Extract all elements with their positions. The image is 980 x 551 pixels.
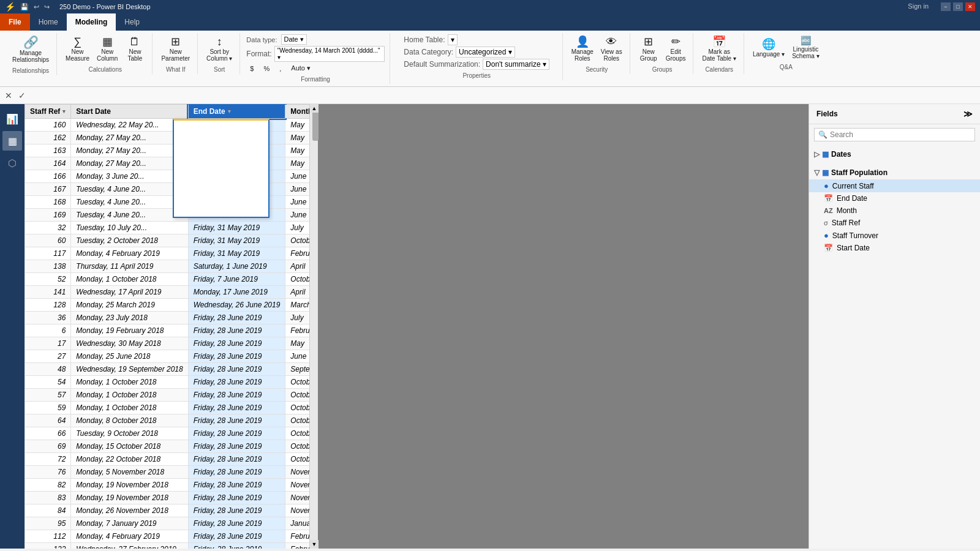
new-parameter-button[interactable]: ⊞ NewParameter [159,34,192,64]
fields-search-box[interactable]: 🔍 [814,128,975,141]
home-table-dropdown[interactable]: ▾ [448,34,458,45]
cell-start-date: Monday, 1 October 2018 [71,402,188,414]
data-category-dropdown[interactable]: Uncategorized ▾ [456,47,515,58]
new-column-label: NewColumn [97,48,118,62]
month-field-label: Month [837,206,857,215]
col-header-month[interactable]: Month ▾ [285,105,309,119]
cell-staff-ref: 141 [25,286,71,299]
cell-month: June [285,350,309,363]
new-column-button[interactable]: ▦ NewColumn [94,34,120,64]
ribbon-group-properties: Home Table: ▾ Data Category: Uncategoriz… [391,33,563,80]
search-icon: 🔍 [818,130,827,139]
new-measure-button[interactable]: ∑ NewMeasure [63,34,92,64]
field-item-end-date[interactable]: 📅 End Date [809,192,980,204]
sort-by-column-button[interactable]: ↕ Sort byColumn ▾ [204,34,235,64]
cell-staff-ref: 122 [25,543,71,549]
maximize-button[interactable]: □ [953,2,963,11]
field-item-staff-turnover[interactable]: ● Staff Turnover [809,229,980,242]
language-icon: 🌐 [762,39,775,50]
manage-relationships-label: ManageRelationships [12,50,49,63]
ribbon-group-whatif: ⊞ NewParameter What If [154,33,198,74]
cell-start-date: Monday, 19 November 2018 [71,479,188,492]
relationships-group-label: Relationships [12,65,49,74]
staff-population-table-icon: ▦ [822,168,829,177]
report-view-icon[interactable]: 📊 [2,109,22,129]
col-header-end-date[interactable]: End Date ▾ [188,105,285,119]
cell-end-date: Friday, 28 June 2019 [188,517,285,530]
comma-button[interactable]: , [276,64,285,73]
tab-home[interactable]: Home [30,13,67,31]
formula-accept-icon[interactable]: ✓ [18,91,26,100]
properties-group-label: Properties [462,70,491,79]
default-summarization-label: Default Summarization: [404,60,480,69]
format-dropdown[interactable]: "Wednesday, 14 March 2001 (dddd..." ▾ [274,46,385,62]
manage-relationships-button[interactable]: 🔗 ManageRelationships [10,34,51,65]
staff-population-section-header[interactable]: ▽ ▦ Staff Population [809,166,980,179]
view-as-roles-label: View asRoles [601,48,622,62]
default-summarization-dropdown[interactable]: Don't summarize ▾ [483,59,549,70]
sign-in[interactable]: Sign in [908,2,929,11]
ribbon-group-groups: ⊞ NewGroup ✏ EditGroups Groups [631,33,694,74]
table-row: 59Monday, 1 October 2018Friday, 28 June … [25,402,310,414]
new-table-button[interactable]: 🗒 NewTable [123,34,147,64]
minimize-button[interactable]: − [941,2,951,11]
cell-end-date: Friday, 28 June 2019 [188,504,285,517]
mark-as-date-table-icon: 📅 [712,36,726,47]
quick-access-redo[interactable]: ↪ [44,3,50,11]
groups-group-label: Groups [652,64,673,73]
view-as-roles-button[interactable]: 👁 View asRoles [598,34,625,64]
cell-month: November [285,466,309,479]
data-type-dropdown[interactable]: Date ▾ [281,34,307,45]
field-item-month[interactable]: AZ Month [809,204,980,217]
cell-month: February [285,247,309,260]
fields-panel: Fields ≫ 🔍 ▷ ▦ Dates ▽ ▦ Staff Populatio… [809,104,980,549]
manage-roles-label: ManageRoles [571,48,594,62]
cell-month: November [285,492,309,504]
dates-section-header[interactable]: ▷ ▦ Dates [809,148,980,161]
tab-file[interactable]: File [0,13,30,31]
formula-bar: ✕ ✓ [0,87,980,104]
data-view-icon[interactable]: ▦ [2,131,22,151]
cell-start-date: Monday, 7 January 2019 [71,517,188,530]
percent-button[interactable]: % [260,64,273,73]
model-view-icon[interactable]: ⬡ [2,153,22,173]
language-button[interactable]: 🌐 Language ▾ [750,37,787,59]
fields-search-input[interactable] [830,130,971,139]
field-item-staff-ref[interactable]: σ Staff Ref [809,217,980,229]
table-row: 117Monday, 4 February 2019Friday, 31 May… [25,247,310,260]
formula-input[interactable] [32,91,975,100]
new-group-button[interactable]: ⊞ NewGroup [636,34,661,64]
fields-title: Fields [816,110,838,118]
security-group-label: Security [586,64,608,73]
field-item-start-date[interactable]: 📅 Start Date [809,242,980,254]
table-row: 112Monday, 4 February 2019Friday, 28 Jun… [25,530,310,543]
table-scrollbar[interactable]: ▲ ▼ [309,104,318,549]
col-header-staff-ref[interactable]: Staff Ref ▾ [25,105,71,119]
quick-access-undo[interactable]: ↩ [34,3,39,11]
quick-access-save[interactable]: 💾 [20,3,29,11]
manage-roles-button[interactable]: 👤 ManageRoles [569,34,596,64]
close-button[interactable]: ✕ [965,2,975,11]
cell-start-date: Monday, 1 October 2018 [71,389,188,402]
scroll-thumb[interactable] [312,110,318,141]
currency-button[interactable]: $ [246,64,257,73]
language-label: Language ▾ [753,51,785,58]
edit-groups-button[interactable]: ✏ EditGroups [663,34,688,64]
cell-start-date: Monday, 4 February 2019 [71,530,188,543]
linguistic-schema-button[interactable]: 🔤 LinguisticSchema ▾ [790,34,821,61]
fields-collapse-icon[interactable]: ≫ [963,109,973,119]
staff-ref-filter-icon[interactable]: ▾ [62,108,66,114]
column-dropdown[interactable] [173,119,270,218]
cell-start-date: Monday, 22 October 2018 [71,453,188,466]
tab-help[interactable]: Help [116,13,148,31]
end-date-filter-icon[interactable]: ▾ [228,108,231,114]
tab-modeling[interactable]: Modeling [67,13,116,31]
field-item-current-staff[interactable]: ● Current Staff [809,179,980,192]
formula-cancel-icon[interactable]: ✕ [5,91,12,100]
cell-end-date: Friday, 28 June 2019 [188,440,285,453]
col-header-start-date[interactable]: Start Date [71,105,188,119]
scroll-up-arrow[interactable]: ▲ [310,104,318,113]
auto-button[interactable]: Auto ▾ [287,63,314,73]
mark-as-date-table-button[interactable]: 📅 Mark asDate Table ▾ [699,34,738,64]
scroll-down-arrow[interactable]: ▼ [310,540,318,549]
